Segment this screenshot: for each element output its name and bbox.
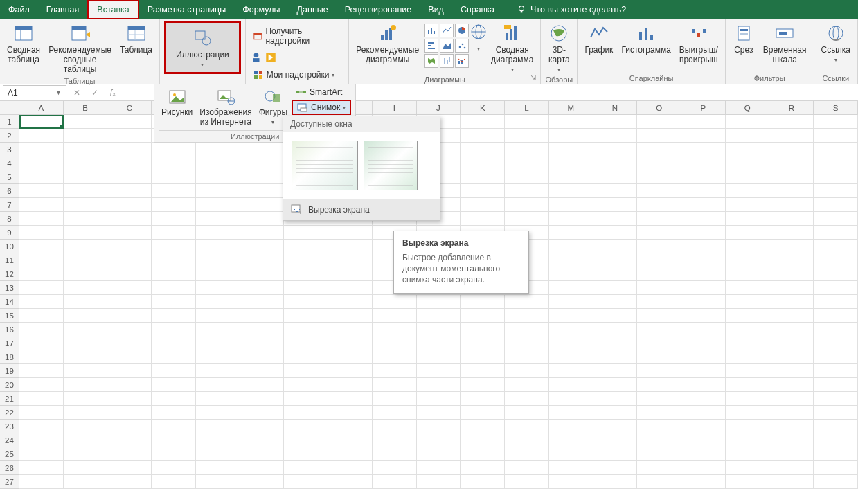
window-thumbnail-2[interactable] <box>364 141 418 190</box>
cell[interactable] <box>64 295 108 309</box>
cell[interactable] <box>681 323 726 336</box>
cell[interactable] <box>505 475 549 489</box>
cell[interactable] <box>19 378 64 392</box>
cell[interactable] <box>769 143 814 156</box>
cell[interactable] <box>637 447 681 461</box>
cell[interactable] <box>681 212 726 226</box>
cell[interactable] <box>196 253 240 267</box>
cell[interactable] <box>240 420 285 433</box>
cell[interactable] <box>769 461 814 475</box>
cell[interactable] <box>814 336 858 350</box>
cell[interactable] <box>681 392 726 406</box>
cell[interactable] <box>726 461 770 475</box>
cell[interactable] <box>726 253 770 267</box>
cell[interactable] <box>769 350 814 364</box>
cell[interactable] <box>461 364 505 378</box>
cell[interactable] <box>593 323 638 336</box>
select-all-corner[interactable] <box>0 101 19 115</box>
cell[interactable] <box>107 198 152 212</box>
cell[interactable] <box>417 447 461 461</box>
cell[interactable] <box>681 281 726 295</box>
cell[interactable] <box>196 392 240 406</box>
cell[interactable] <box>373 475 417 489</box>
cell[interactable] <box>328 378 373 392</box>
cell[interactable] <box>196 295 240 309</box>
cell[interactable] <box>373 420 417 433</box>
my-addins-button[interactable]: Мои надстройки ▾ <box>250 68 338 82</box>
cell[interactable] <box>461 323 505 336</box>
cell[interactable] <box>19 295 64 309</box>
cell[interactable] <box>152 475 196 489</box>
cell[interactable] <box>328 240 373 253</box>
cell[interactable] <box>19 406 64 420</box>
cell[interactable] <box>152 378 196 392</box>
cell[interactable] <box>593 461 638 475</box>
cell[interactable] <box>196 406 240 420</box>
cell[interactable] <box>814 309 858 323</box>
cell[interactable] <box>107 156 152 170</box>
cell[interactable] <box>549 226 593 240</box>
cell[interactable] <box>637 240 681 253</box>
cell[interactable] <box>373 447 417 461</box>
stock-chart-button[interactable] <box>440 54 454 68</box>
pictures-button[interactable]: Рисунки <box>159 86 195 129</box>
row-header[interactable]: 19 <box>0 364 19 378</box>
cell[interactable] <box>593 378 638 392</box>
cell[interactable] <box>769 240 814 253</box>
map-chart-button[interactable] <box>424 54 438 68</box>
cell[interactable] <box>681 143 726 156</box>
cell[interactable] <box>240 212 285 226</box>
tab-help[interactable]: Справка <box>452 0 503 19</box>
cell[interactable] <box>549 198 593 212</box>
cell[interactable] <box>19 364 64 378</box>
cell[interactable] <box>505 323 549 336</box>
cell[interactable] <box>373 364 417 378</box>
timeline-button[interactable]: Временная шкала <box>760 21 810 66</box>
cell[interactable] <box>461 433 505 447</box>
recommended-pivot-button[interactable]: Рекомендуемые сводные таблицы <box>46 21 114 75</box>
cell[interactable] <box>549 295 593 309</box>
cell[interactable] <box>769 198 814 212</box>
cell[interactable] <box>549 129 593 143</box>
cell[interactable] <box>593 350 638 364</box>
cell[interactable] <box>107 475 152 489</box>
cell[interactable] <box>769 364 814 378</box>
screen-clipping-item[interactable]: + Вырезка экрана <box>283 199 440 220</box>
cell[interactable] <box>593 364 638 378</box>
cell[interactable] <box>417 420 461 433</box>
cell[interactable] <box>461 309 505 323</box>
cell[interactable] <box>637 129 681 143</box>
cell[interactable] <box>64 226 108 240</box>
cell[interactable] <box>814 170 858 184</box>
cell[interactable] <box>549 461 593 475</box>
cell[interactable] <box>814 461 858 475</box>
cell[interactable] <box>240 461 285 475</box>
cell[interactable] <box>240 170 285 184</box>
cell[interactable] <box>19 212 64 226</box>
cell[interactable] <box>814 433 858 447</box>
cell[interactable] <box>107 184 152 198</box>
cell[interactable] <box>152 198 196 212</box>
cell[interactable] <box>637 184 681 198</box>
cell[interactable] <box>637 170 681 184</box>
cell[interactable] <box>769 129 814 143</box>
cell[interactable] <box>196 170 240 184</box>
cell[interactable] <box>814 281 858 295</box>
cell[interactable] <box>196 447 240 461</box>
cell[interactable] <box>328 295 373 309</box>
cell[interactable] <box>19 143 64 156</box>
people-graph-icon[interactable] <box>250 51 262 64</box>
cell[interactable] <box>19 447 64 461</box>
cell[interactable] <box>505 129 549 143</box>
tab-home[interactable]: Главная <box>38 0 88 19</box>
cell[interactable] <box>417 309 461 323</box>
cell[interactable] <box>461 156 505 170</box>
cell[interactable] <box>284 323 328 336</box>
cell[interactable] <box>681 378 726 392</box>
cell[interactable] <box>549 212 593 226</box>
cell[interactable] <box>461 129 505 143</box>
cell[interactable] <box>196 198 240 212</box>
cell[interactable] <box>64 267 108 281</box>
cell[interactable] <box>328 336 373 350</box>
cell[interactable] <box>549 240 593 253</box>
